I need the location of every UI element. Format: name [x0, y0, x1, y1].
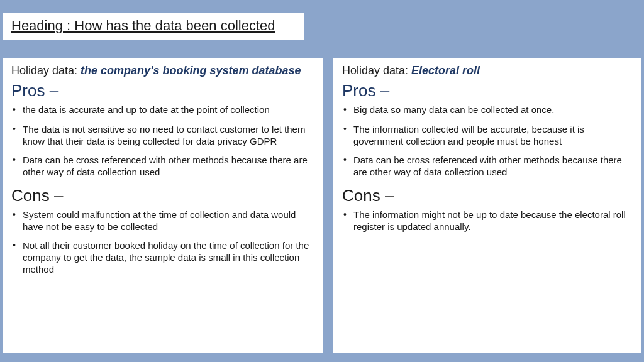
- list-item: System could malfunction at the time of …: [11, 209, 314, 233]
- list-item: Big data so many data can be collected a…: [342, 104, 633, 116]
- list-item: Not all their customer booked holiday on…: [11, 240, 314, 275]
- right-column: Holiday data: Electoral roll Pros – Big …: [333, 58, 641, 353]
- right-cons-label: Cons –: [342, 186, 633, 206]
- list-item: Data can be cross referenced with other …: [342, 155, 633, 178]
- left-source-line: Holiday data: the company's booking syst…: [11, 64, 314, 77]
- list-item: The information collected will be accura…: [342, 124, 633, 148]
- list-item: the data is accurate and up to date at t…: [11, 104, 314, 116]
- heading-box: Heading : How has the data been collecte…: [3, 13, 304, 40]
- left-pros-list: the data is accurate and up to date at t…: [11, 104, 314, 178]
- columns-container: Holiday data: the company's booking syst…: [3, 58, 641, 353]
- right-source-line: Holiday data: Electoral roll: [342, 64, 633, 77]
- left-pros-label: Pros –: [11, 81, 314, 101]
- right-source-highlight: Electoral roll: [408, 64, 480, 77]
- left-source-prefix: Holiday data:: [11, 64, 77, 77]
- right-source-prefix: Holiday data:: [342, 64, 408, 77]
- list-item: The information might not be up to date …: [342, 209, 633, 233]
- left-cons-list: System could malfunction at the time of …: [11, 209, 314, 276]
- right-pros-label: Pros –: [342, 81, 633, 101]
- left-cons-label: Cons –: [11, 186, 314, 206]
- left-column: Holiday data: the company's booking syst…: [3, 58, 323, 353]
- left-source-highlight: the company's booking system database: [77, 64, 301, 77]
- right-pros-list: Big data so many data can be collected a…: [342, 104, 633, 178]
- list-item: Data can be cross referenced with other …: [11, 155, 314, 178]
- page-heading: Heading : How has the data been collecte…: [11, 18, 275, 33]
- list-item: The data is not sensitive so no need to …: [11, 124, 314, 148]
- right-cons-list: The information might not be up to date …: [342, 209, 633, 233]
